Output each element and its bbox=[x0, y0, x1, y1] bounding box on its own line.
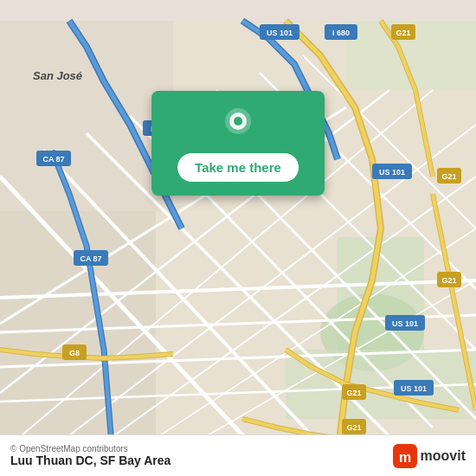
svg-text:CA 87: CA 87 bbox=[80, 254, 101, 263]
svg-text:G21: G21 bbox=[396, 29, 410, 37]
svg-text:US 101: US 101 bbox=[401, 384, 427, 393]
svg-text:I 680: I 680 bbox=[332, 29, 350, 37]
map-container[interactable]: US 101 I 680 US 101 I 280 CA 87 CA 87 G2… bbox=[0, 0, 476, 476]
take-me-there-button[interactable]: Take me there bbox=[177, 153, 299, 182]
svg-text:G21: G21 bbox=[441, 276, 456, 285]
bottom-left-info: © OpenStreetMap contributors Luu Thuan D… bbox=[10, 444, 170, 467]
location-name: Luu Thuan DC, SF Bay Area bbox=[10, 453, 170, 467]
svg-text:m: m bbox=[398, 450, 410, 465]
svg-text:G21: G21 bbox=[346, 389, 361, 397]
moovit-text: moovit bbox=[421, 448, 466, 464]
svg-point-57 bbox=[234, 117, 242, 125]
moovit-logo-icon: m bbox=[393, 444, 417, 468]
svg-text:San José: San José bbox=[33, 69, 82, 82]
osm-attribution: © OpenStreetMap contributors bbox=[10, 444, 170, 453]
svg-text:CA 87: CA 87 bbox=[42, 155, 64, 164]
popup-card: Take me there bbox=[151, 91, 325, 196]
bottom-bar: © OpenStreetMap contributors Luu Thuan D… bbox=[0, 434, 476, 476]
svg-text:US 101: US 101 bbox=[392, 319, 418, 328]
svg-text:US 101: US 101 bbox=[267, 29, 293, 37]
svg-text:G8: G8 bbox=[69, 349, 80, 357]
svg-text:US 101: US 101 bbox=[379, 168, 405, 177]
svg-text:G21: G21 bbox=[441, 172, 456, 181]
moovit-logo: m moovit bbox=[393, 444, 466, 468]
svg-text:G21: G21 bbox=[346, 423, 361, 432]
location-pin-icon bbox=[221, 108, 255, 143]
map-background: US 101 I 680 US 101 I 280 CA 87 CA 87 G2… bbox=[0, 0, 476, 476]
